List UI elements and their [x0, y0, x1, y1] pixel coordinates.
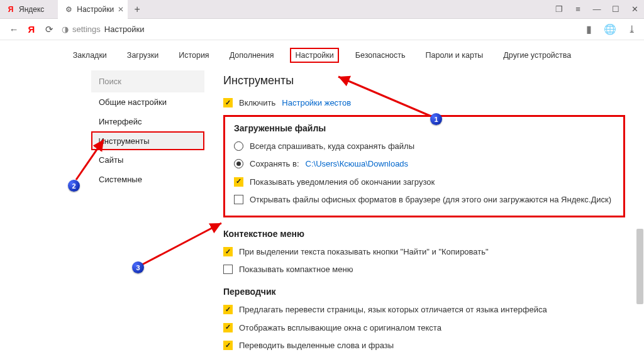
address-bar-row: ← Я ⟳ ◑ settings Настройки ▮ 🌐 ⤓	[0, 19, 644, 40]
maximize-icon[interactable]: ☐	[606, 0, 625, 19]
settings-page: Закладки Загрузки История Дополнения Нас…	[0, 40, 644, 362]
checkbox-open-office[interactable]	[234, 195, 243, 204]
browser-tab-settings[interactable]: ⚙ Настройки ✕	[58, 0, 128, 19]
address-field[interactable]: ◑ settings Настройки	[62, 25, 145, 34]
sidebar-item-tools[interactable]: Инструменты	[91, 131, 204, 150]
settings-search-input[interactable]: Поиск	[91, 70, 204, 92]
window-titlebar: Я Яндекс ⚙ Настройки ✕ + ❐ ≡ — ☐ ✕	[0, 0, 644, 19]
settings-content-pane: Инструменты Включить Настройки жестов За…	[204, 70, 644, 362]
sidebar-item-interface[interactable]: Интерфейс	[91, 112, 204, 131]
tab-addons[interactable]: Дополнения	[226, 48, 278, 63]
panel-icon[interactable]: ❐	[550, 0, 569, 19]
yandex-favicon: Я	[6, 5, 15, 14]
radio-always-ask-label: Всегда спрашивать, куда сохранять файлы	[250, 141, 614, 152]
reload-button[interactable]: ⟳	[40, 21, 58, 38]
compact-menu-label: Показывать компактное меню	[239, 264, 625, 275]
downloads-icon[interactable]: ⤓	[624, 22, 639, 37]
tab-security[interactable]: Безопасность	[352, 48, 409, 63]
offer-translate-label: Предлагать перевести страницы, язык кото…	[239, 304, 625, 315]
tab-history[interactable]: История	[175, 48, 213, 63]
checkbox-enable-gestures[interactable]	[223, 98, 233, 107]
yandex-home-button[interactable]: Я	[23, 21, 40, 38]
tab-downloads[interactable]: Загрузки	[123, 48, 162, 63]
window-controls: ❐ ≡ — ☐ ✕	[550, 0, 644, 19]
settings-category-tabs: Закладки Загрузки История Дополнения Нас…	[0, 40, 644, 70]
enable-label: Включить	[239, 97, 275, 109]
new-tab-button[interactable]: +	[128, 4, 147, 15]
checkbox-find-copy[interactable]	[223, 247, 233, 256]
section-heading-tools: Инструменты	[223, 74, 625, 87]
open-office-label: Открывать файлы офисных форматов в брауз…	[250, 194, 614, 206]
annotation-badge-2: 2	[68, 180, 80, 192]
sidebar-item-general[interactable]: Общие настройки	[91, 92, 204, 112]
sidebar-item-system[interactable]: Системные	[91, 170, 204, 189]
gear-icon: ⚙	[64, 5, 73, 14]
tab-devices[interactable]: Другие устройства	[499, 48, 575, 63]
save-to-label: Сохранять в:	[250, 158, 299, 170]
radio-always-ask[interactable]	[234, 141, 243, 151]
tab-settings[interactable]: Настройки	[290, 48, 338, 63]
radio-save-to[interactable]	[234, 159, 243, 168]
translate-popups-label: Отображать всплывающие окна с оригиналом…	[239, 322, 625, 334]
url-scheme: settings	[72, 25, 101, 34]
find-copy-label: При выделении текста показывать кнопки "…	[239, 246, 625, 258]
url-title: Настройки	[104, 25, 145, 34]
bookmark-icon[interactable]: ▮	[581, 22, 596, 37]
annotation-badge-1: 1	[430, 113, 442, 125]
translate-selected-label: Переводить выделенные слова и фразы	[239, 340, 625, 351]
tab-title: Настройки	[77, 5, 114, 14]
downloaded-files-group: Загруженные файлы Всегда спрашивать, куд…	[223, 115, 625, 217]
tab-bookmarks[interactable]: Закладки	[69, 48, 111, 63]
annotation-badge-3: 3	[132, 261, 144, 273]
checkbox-translate-popups[interactable]	[223, 323, 233, 332]
tab-title: Яндекс	[19, 5, 44, 14]
back-button[interactable]: ←	[5, 21, 23, 38]
checkbox-download-notify[interactable]	[234, 177, 243, 187]
menu-icon[interactable]: ≡	[569, 0, 587, 19]
checkbox-offer-translate[interactable]	[223, 305, 233, 314]
group-title-downloads: Загруженные файлы	[234, 123, 614, 133]
group-title-translator: Переводчик	[223, 287, 625, 297]
site-info-icon[interactable]: ◑	[62, 25, 69, 34]
checkbox-translate-selected[interactable]	[223, 341, 233, 350]
group-title-context: Контекстное меню	[223, 229, 625, 239]
checkbox-compact-menu[interactable]	[223, 265, 233, 274]
tab-passwords[interactable]: Пароли и карты	[422, 48, 487, 63]
close-tab-icon[interactable]: ✕	[118, 5, 124, 14]
download-notify-label: Показывать уведомления об окончании загр…	[250, 177, 614, 188]
globe-icon[interactable]: 🌐	[602, 22, 618, 37]
gesture-settings-link[interactable]: Настройки жестов	[282, 97, 351, 109]
download-path-link[interactable]: C:\Users\Ксюша\Downloads	[306, 158, 409, 170]
settings-sidebar: Поиск Общие настройки Интерфейс Инструме…	[91, 70, 204, 362]
close-window-icon[interactable]: ✕	[625, 0, 644, 19]
vertical-scrollbar[interactable]	[636, 229, 643, 304]
minimize-icon[interactable]: —	[587, 0, 606, 19]
browser-tab-yandex[interactable]: Я Яндекс	[0, 0, 58, 19]
sidebar-item-sites[interactable]: Сайты	[91, 150, 204, 170]
